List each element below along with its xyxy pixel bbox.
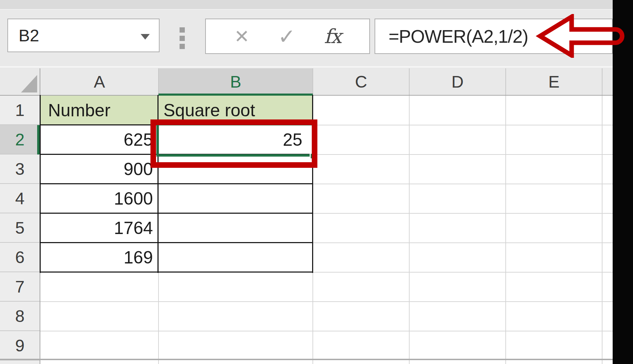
row-header-7[interactable]: 7 xyxy=(0,272,40,302)
cell-a5[interactable]: 1764 xyxy=(40,213,159,243)
gridline xyxy=(602,96,602,364)
pane-edge-line xyxy=(0,359,613,360)
table-border xyxy=(40,242,313,243)
header-divider xyxy=(505,68,506,95)
header-divider xyxy=(312,68,313,95)
cell-a1[interactable]: Number xyxy=(40,96,159,125)
gridline xyxy=(505,96,506,364)
column-header-stub xyxy=(602,68,613,95)
cancel-x-icon[interactable]: ✕ xyxy=(234,26,250,47)
gridline xyxy=(40,301,613,302)
row-header-6[interactable]: 6 xyxy=(0,243,40,272)
gridline xyxy=(409,96,410,364)
row-header-1[interactable]: 1 xyxy=(0,96,40,125)
enter-check-icon[interactable]: ✓ xyxy=(278,24,295,49)
formula-text: =POWER(A2,1/2) xyxy=(389,26,528,47)
formula-bar-drag-dots-icon xyxy=(180,27,185,49)
annotation-highlight-box xyxy=(150,119,317,168)
column-header-b[interactable]: B xyxy=(159,68,313,95)
name-box-value: B2 xyxy=(19,26,39,45)
column-header-d[interactable]: D xyxy=(409,68,506,95)
column-header-a[interactable]: A xyxy=(40,68,159,95)
gridline xyxy=(40,331,613,331)
chrome-separator xyxy=(0,66,613,68)
row-header-2[interactable]: 2 xyxy=(0,125,40,154)
header-divider xyxy=(602,68,602,95)
annotation-arrow-left-icon xyxy=(533,14,633,58)
row-header-3[interactable]: 3 xyxy=(0,154,40,184)
row-header-9[interactable]: 9 xyxy=(0,331,40,360)
cell-a4[interactable]: 1600 xyxy=(40,184,159,213)
select-all-triangle-icon[interactable] xyxy=(21,75,37,92)
cell-a2[interactable]: 625 xyxy=(40,125,159,154)
table-border xyxy=(40,272,313,273)
formula-bar-buttons: ✕ ✓ fx xyxy=(205,19,370,54)
excel-window: B2 ✕ ✓ fx =POWER(A2,1/2) A B C D E 1 2 3… xyxy=(0,0,633,364)
table-border xyxy=(40,213,313,214)
chevron-down-icon[interactable] xyxy=(141,34,150,40)
header-divider xyxy=(409,68,410,95)
column-header-e[interactable]: E xyxy=(506,68,602,95)
row-header-4[interactable]: 4 xyxy=(0,184,40,213)
table-border xyxy=(40,183,313,184)
name-box[interactable]: B2 xyxy=(7,19,160,52)
row-header-5[interactable]: 5 xyxy=(0,213,40,243)
header-divider xyxy=(158,68,159,95)
cell-a6[interactable]: 169 xyxy=(40,243,159,272)
row-header-8[interactable]: 8 xyxy=(0,302,40,331)
cell-a3[interactable]: 900 xyxy=(40,154,159,184)
insert-function-fx-icon[interactable]: fx xyxy=(324,25,341,48)
title-strip xyxy=(0,0,633,10)
column-header-c[interactable]: C xyxy=(313,68,409,95)
